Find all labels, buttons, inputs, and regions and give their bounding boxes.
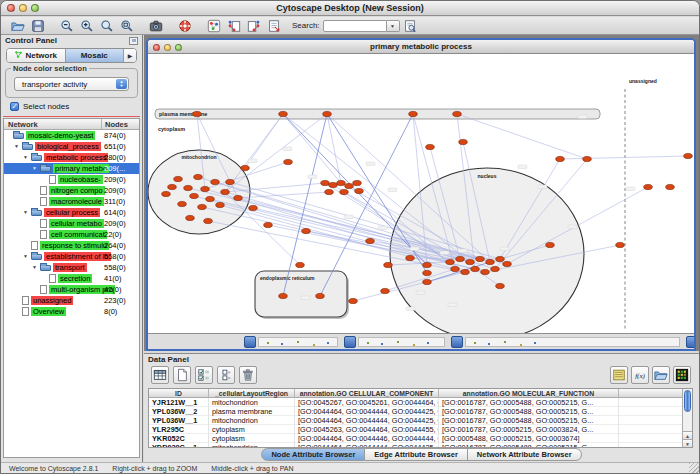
tab-overflow-arrow[interactable]: ▶ [124, 49, 136, 62]
network-node[interactable] [583, 156, 592, 161]
expand-arrow-icon[interactable]: ▼ [23, 253, 28, 259]
scroll-down-icon[interactable]: ▼ [683, 439, 692, 447]
minimized-window-icon[interactable] [451, 336, 463, 348]
network-node[interactable] [423, 262, 432, 267]
tab-network-attribute-browser[interactable]: Network Attribute Browser [468, 448, 582, 461]
network-canvas[interactable]: plasma membranecytoplasmmitochondrionnuc… [148, 55, 694, 349]
select-attributes-icon[interactable] [195, 366, 213, 384]
table-scrollbar[interactable]: ▲ ▼ [682, 389, 692, 447]
tree-row-cellular-metabo[interactable]: cellular metabo209(0) [4, 218, 139, 229]
search-doc-icon[interactable] [402, 18, 418, 34]
minimized-window-thumbnail[interactable] [465, 337, 680, 347]
network-node[interactable] [264, 222, 273, 227]
expand-arrow-icon[interactable]: ▼ [32, 264, 37, 270]
network-node[interactable] [284, 159, 293, 164]
column-header--cellularlayoutregion[interactable]: _cellularLayoutRegion [209, 389, 295, 398]
network-node[interactable] [211, 179, 220, 184]
tab-network[interactable]: Network [7, 49, 66, 62]
scroll-up-icon[interactable]: ▲ [683, 431, 692, 439]
network-node[interactable] [476, 256, 485, 261]
network-node[interactable] [384, 262, 393, 267]
tree-row-cellular-process[interactable]: ▼cellular process614(0) [4, 207, 139, 218]
search-input[interactable] [323, 20, 387, 32]
scrollbar-thumb[interactable] [684, 390, 691, 412]
network-graph[interactable]: plasma membranecytoplasmmitochondrionnuc… [148, 55, 695, 335]
tree-row-unassigned[interactable]: unassigned223(0) [4, 295, 139, 306]
tree-row-mosaic-demo-yeast[interactable]: mosaic-demo-yeast874(0) [4, 130, 139, 141]
node-color-select[interactable]: transporter activity ▲▼ [14, 77, 129, 91]
network-node[interactable] [194, 174, 203, 179]
zoom-in-icon[interactable] [79, 18, 95, 34]
table-row[interactable]: YPL036W__2plasma membrane[GO:0044464, GO… [149, 407, 692, 416]
import-attributes-icon[interactable] [610, 366, 628, 384]
network-node[interactable] [221, 189, 230, 194]
zoom-fit-icon[interactable] [119, 18, 135, 34]
minimized-window-icon[interactable] [244, 336, 256, 348]
tree-row-multi-organism-pro[interactable]: multi-organism pro42(0) [4, 284, 139, 295]
expand-arrow-icon[interactable]: ▼ [14, 143, 19, 149]
network-node[interactable] [496, 283, 505, 288]
network-node[interactable] [409, 111, 418, 116]
network-node[interactable] [340, 189, 349, 194]
network-node[interactable] [496, 256, 505, 261]
table-row[interactable]: YJR121W__1mitochondrion[GO:0045267, GO:0… [149, 398, 692, 407]
layout-apply-icon[interactable] [246, 18, 262, 34]
network-node[interactable] [684, 153, 693, 158]
help-icon[interactable] [177, 18, 193, 34]
network-node[interactable] [226, 179, 235, 184]
network-node[interactable] [279, 111, 288, 116]
tree-row-primary-metabo[interactable]: ▼primary metabo209(... [4, 163, 139, 174]
table-row[interactable]: YLR295Ccytoplasm[GO:0045263, GO:0044464,… [149, 425, 692, 434]
column-header-annotation-go-molecular-function[interactable]: annotation.GO MOLECULAR_FUNCTION [439, 389, 619, 398]
tree-row-establishment-of-lo[interactable]: ▼establishment of lo558(0) [4, 251, 139, 262]
network-node[interactable] [323, 111, 332, 116]
network-node[interactable] [345, 183, 354, 188]
network-node[interactable] [296, 262, 305, 267]
network-node[interactable] [644, 184, 653, 189]
network-node[interactable] [204, 218, 213, 223]
attribute-select-icon[interactable] [151, 366, 169, 384]
network-node[interactable] [616, 242, 625, 247]
network-node[interactable] [466, 259, 475, 264]
network-node[interactable] [366, 238, 375, 243]
zoom-selected-icon[interactable] [99, 18, 115, 34]
snapshot-icon[interactable] [148, 18, 164, 34]
minimized-window-icon[interactable] [686, 336, 696, 348]
network-node[interactable] [174, 176, 183, 181]
network-node[interactable] [193, 111, 202, 116]
minimized-window-thumbnail[interactable] [258, 337, 338, 347]
tree-row-response-to-stimulu[interactable]: response to stimulu264(0) [4, 240, 139, 251]
network-node[interactable] [451, 266, 460, 271]
open-attributes-icon[interactable] [652, 366, 670, 384]
network-edge[interactable] [283, 114, 327, 296]
table-row[interactable]: YKR052Ccytoplasm[GO:0044464, GO:0044446,… [149, 434, 692, 443]
frame-minimize-button[interactable] [164, 44, 171, 51]
frame-close-button[interactable] [153, 44, 160, 51]
expand-arrow-icon[interactable]: ▼ [32, 165, 37, 171]
network-node[interactable] [406, 255, 415, 260]
zoom-out-icon[interactable] [59, 18, 75, 34]
tree-row-cell-communicat[interactable]: cell communicat22(0) [4, 229, 139, 240]
network-node[interactable] [241, 165, 250, 170]
table-row[interactable]: YPL036W__1mitochondrion[GO:0044464, GO:0… [149, 416, 692, 425]
float-panel-icon[interactable] [129, 37, 138, 45]
network-node[interactable] [325, 189, 334, 194]
network-node[interactable] [206, 196, 215, 201]
network-node[interactable] [353, 180, 362, 185]
network-node[interactable] [168, 184, 177, 189]
network-node[interactable] [426, 144, 435, 149]
network-node[interactable] [486, 259, 495, 264]
select-nodes-checkbox[interactable]: ✓ [10, 102, 19, 111]
network-node[interactable] [556, 156, 565, 161]
network-node[interactable] [234, 195, 243, 200]
network-edge[interactable] [457, 114, 587, 159]
search-dropdown-arrow[interactable]: ▼ [387, 20, 400, 32]
function-builder-icon[interactable]: f(x) [631, 366, 649, 384]
save-icon[interactable] [30, 18, 46, 34]
delete-attribute-icon[interactable] [239, 366, 257, 384]
network-node[interactable] [491, 266, 500, 271]
network-node[interactable] [316, 293, 325, 298]
network-node[interactable] [184, 185, 193, 190]
resize-grip[interactable] [689, 463, 699, 473]
network-node[interactable] [461, 269, 470, 274]
